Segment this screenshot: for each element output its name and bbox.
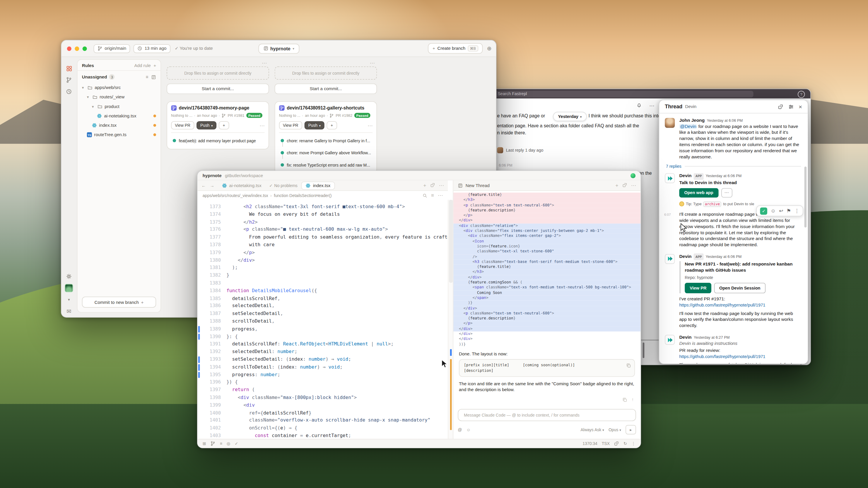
more-actions-icon[interactable]: ⋮ [795, 208, 800, 214]
code-line[interactable]: 1391 detailsScrollRef: React.RefObject<H… [198, 340, 448, 348]
workspace-switcher-button[interactable]: hyprnote▾ [258, 43, 299, 53]
user-mention[interactable]: @Devin [679, 124, 697, 129]
commit-row[interactable]: feat(web): add memory layer product page [171, 134, 265, 147]
tree-file-routetree[interactable]: TSrouteTree.gen.ts [78, 130, 161, 139]
start-commit-button[interactable]: Start a commit... [275, 84, 377, 94]
tab-index[interactable]: index.tsx [301, 181, 335, 189]
code-line[interactable]: 1375 </h2> [198, 218, 448, 226]
commit-row[interactable]: chore: move Prompt Gallery above Workflo… [279, 147, 372, 159]
send-message-button[interactable]: ▸ [625, 425, 636, 434]
drop-zone[interactable]: Drop files to assign or commit directly [167, 66, 269, 79]
scrollbar-thumb[interactable] [449, 200, 453, 283]
model-select[interactable]: Opus ▾ [609, 427, 621, 432]
code-line[interactable]: 1388 scrollToDetail, [198, 318, 448, 325]
copy-response-icon[interactable] [622, 397, 627, 402]
avatar[interactable] [665, 118, 675, 128]
mention-context-icon[interactable]: @ [458, 427, 462, 432]
code-line[interactable]: 1381 ); [198, 264, 448, 272]
chevron-down-icon[interactable]: ▾ [68, 294, 70, 305]
history-view-icon[interactable] [66, 86, 72, 97]
problems-status[interactable]: ✓No problems [269, 183, 298, 188]
code-line[interactable]: 1379 </p> [198, 249, 448, 256]
settings-gear-icon[interactable] [66, 270, 72, 282]
code-line[interactable]: 1397 return ( [198, 386, 448, 394]
commit-to-new-branch-button[interactable]: Commit to new branch+ [82, 297, 156, 308]
completed-reaction-icon[interactable]: ✓ [760, 207, 768, 215]
code-line[interactable]: 1390}: { [198, 333, 448, 340]
push-button[interactable]: Push▾ [196, 121, 217, 129]
branch-menu-icon[interactable]: ⋯ [368, 123, 372, 128]
bell-icon[interactable] [637, 103, 642, 108]
mail-icon[interactable]: ✉ [66, 305, 71, 317]
thread-reply-bar[interactable]: Last reply 1 day ago [497, 147, 543, 153]
code-line[interactable]: 1377 From powerful editing to seamless o… [198, 234, 448, 241]
tab-ai-notetaking[interactable]: ai-notetaking.tsx [218, 182, 265, 189]
add-button[interactable]: + [327, 121, 337, 129]
language-mode[interactable]: TSX [602, 441, 610, 446]
branch-name[interactable]: devin/1764380749-memory-page [171, 105, 265, 111]
code-line[interactable]: 1403 const container = e.currentTarget; [198, 432, 448, 439]
author-name[interactable]: Devin [679, 253, 691, 259]
commit-row[interactable]: fix: resolve TypeScript errors and add r… [279, 159, 372, 171]
sliders-icon[interactable] [788, 104, 794, 109]
help-icon[interactable]: ? [798, 91, 805, 98]
list-view-icon[interactable]: ≡ [146, 74, 149, 79]
code-line[interactable]: 1378 with care [198, 241, 448, 249]
code-line[interactable]: 1376 <p className="■ text-neutral-600 ma… [198, 226, 448, 234]
code-line[interactable]: 1386 selectedDetail, [198, 302, 448, 310]
breadcrumb-path[interactable]: apps/web/src/routes/_view/index.tsx [203, 193, 268, 198]
code-line[interactable]: 1383 [198, 280, 448, 287]
push-button[interactable]: Push▾ [304, 121, 324, 129]
code-line[interactable]: 1374 We focus on every bit of details [198, 211, 448, 218]
composer-scrollbar[interactable] [643, 343, 645, 358]
message-actions-button[interactable]: ⋯ [721, 188, 732, 197]
code-line[interactable]: 1382} [198, 272, 448, 279]
statusbar-more-icon[interactable]: ⋮ [631, 441, 636, 446]
code-line[interactable]: 1399 <div [198, 402, 448, 409]
avatar[interactable] [665, 335, 675, 345]
close-icon[interactable]: × [799, 103, 802, 110]
branch-name[interactable]: devin/1764380912-gallery-shortcuts [279, 105, 372, 111]
reply-icon[interactable]: ↩ [779, 208, 783, 214]
date-divider-pill[interactable]: Yesterday▾ [553, 112, 587, 121]
permission-mode-select[interactable]: Always Ask ▾ [581, 427, 604, 432]
tree-file-index[interactable]: index.tsx [78, 121, 161, 130]
code-line[interactable]: 1398 <div className="max-[800px]:block h… [198, 394, 448, 402]
open-devin-session-button[interactable]: Open Devin Session [714, 283, 766, 293]
panel-popout-icon[interactable] [622, 183, 627, 188]
code-line[interactable]: 1400 ref={detailsScrollRef} [198, 409, 448, 417]
add-button[interactable]: + [219, 121, 229, 129]
view-pr-button[interactable]: View PR [279, 121, 302, 129]
tree-folder-apps-web-src[interactable]: ▾apps/web/src [78, 83, 161, 93]
split-editor-icon[interactable] [430, 183, 435, 188]
code-line[interactable]: 1392 selectedDetail: number; [198, 348, 448, 356]
view-pr-button[interactable]: View PR [685, 283, 711, 293]
code-line[interactable]: 1373 <h2 className="text-3xl font-serif … [198, 203, 448, 211]
tree-folder-routes-view[interactable]: ▾routes/_view [78, 93, 161, 102]
new-thread-icon[interactable]: + [616, 183, 619, 188]
panel-more-icon[interactable]: ⋯ [631, 183, 636, 188]
lane-menu-icon[interactable]: ⋯ [262, 60, 267, 66]
layout-icon[interactable]: ⊞ [203, 441, 206, 446]
pr-number[interactable]: PR #1981 [228, 113, 245, 118]
workspace-view-icon[interactable] [66, 63, 72, 74]
avatar[interactable] [665, 173, 675, 183]
branches-view-icon[interactable] [66, 74, 72, 86]
popout-icon[interactable] [777, 104, 783, 109]
author-name[interactable]: Devin [679, 173, 691, 179]
tree-view-icon[interactable] [151, 74, 156, 79]
drop-zone[interactable]: Drop files to assign or commit directly [275, 66, 377, 79]
code-line[interactable]: 1384function DetailsMobileCarousel({ [198, 287, 448, 295]
slack-search-input[interactable]: Search Fastrepl [493, 91, 753, 97]
tree-file-ai-notetaking[interactable]: ai-notetaking.tsx [78, 111, 161, 121]
code-line[interactable]: 1402 onScroll={(e) ⇒ { [198, 424, 448, 432]
breadcrumb-symbol[interactable]: function DetailsSectionHeader() [274, 193, 332, 198]
code-line[interactable]: 1389 progress, [198, 325, 448, 333]
nav-back-icon[interactable]: ← [202, 183, 206, 188]
code-line[interactable]: 1385 detailsScrollRef, [198, 295, 448, 302]
copy-icon[interactable] [626, 363, 631, 368]
share-response-icon[interactable]: ↑ [632, 397, 634, 402]
code-editor[interactable]: 1373 <h2 className="text-3xl font-serif … [198, 200, 448, 439]
code-line[interactable]: 1396}) { [198, 379, 448, 386]
cursor-position[interactable]: 1370:34 [583, 441, 597, 446]
